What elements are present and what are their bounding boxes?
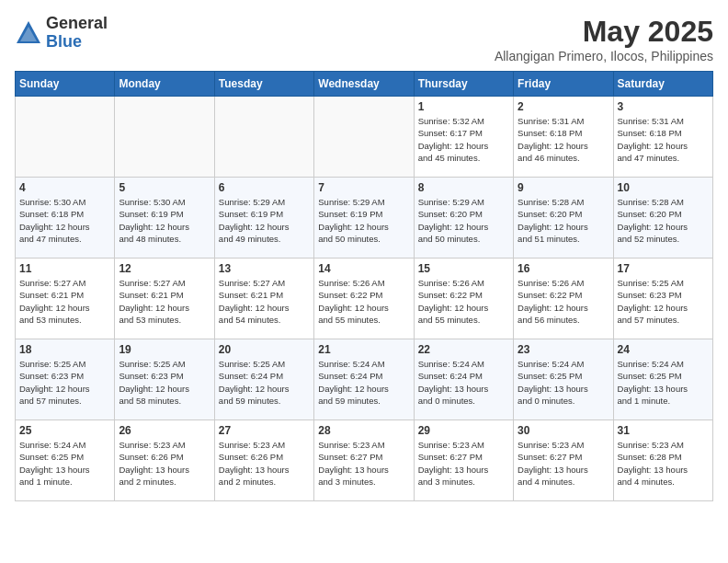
day-info: Sunrise: 5:23 AM Sunset: 6:28 PM Dayligh… xyxy=(618,439,709,488)
day-info: Sunrise: 5:25 AM Sunset: 6:23 PM Dayligh… xyxy=(119,358,210,407)
day-info: Sunrise: 5:25 AM Sunset: 6:23 PM Dayligh… xyxy=(19,358,110,407)
day-info: Sunrise: 5:23 AM Sunset: 6:26 PM Dayligh… xyxy=(119,439,210,488)
calendar-cell: 12Sunrise: 5:27 AM Sunset: 6:21 PM Dayli… xyxy=(115,259,214,339)
calendar-cell: 25Sunrise: 5:24 AM Sunset: 6:25 PM Dayli… xyxy=(16,420,115,501)
calendar-cell: 13Sunrise: 5:27 AM Sunset: 6:21 PM Dayli… xyxy=(214,259,313,339)
day-info: Sunrise: 5:30 AM Sunset: 6:19 PM Dayligh… xyxy=(119,196,210,245)
logo-blue: Blue xyxy=(46,33,108,52)
day-info: Sunrise: 5:29 AM Sunset: 6:19 PM Dayligh… xyxy=(219,196,310,245)
calendar-cell: 9Sunrise: 5:28 AM Sunset: 6:20 PM Daylig… xyxy=(514,178,613,259)
calendar-cell: 8Sunrise: 5:29 AM Sunset: 6:20 PM Daylig… xyxy=(414,178,513,259)
location-subtitle: Allangigan Primero, Ilocos, Philippines xyxy=(495,49,713,63)
calendar-cell: 5Sunrise: 5:30 AM Sunset: 6:19 PM Daylig… xyxy=(115,178,214,259)
day-info: Sunrise: 5:31 AM Sunset: 6:18 PM Dayligh… xyxy=(518,115,609,164)
calendar-cell: 16Sunrise: 5:26 AM Sunset: 6:22 PM Dayli… xyxy=(514,259,613,339)
calendar-cell: 21Sunrise: 5:24 AM Sunset: 6:24 PM Dayli… xyxy=(314,339,414,420)
day-info: Sunrise: 5:30 AM Sunset: 6:18 PM Dayligh… xyxy=(19,196,110,245)
day-info: Sunrise: 5:24 AM Sunset: 6:24 PM Dayligh… xyxy=(318,358,409,407)
weekday-header-tuesday: Tuesday xyxy=(214,72,313,97)
day-number: 14 xyxy=(318,262,409,275)
day-number: 22 xyxy=(418,343,509,356)
day-info: Sunrise: 5:27 AM Sunset: 6:21 PM Dayligh… xyxy=(119,277,210,326)
logo-icon xyxy=(15,19,42,47)
day-number: 6 xyxy=(219,181,310,194)
calendar-cell: 11Sunrise: 5:27 AM Sunset: 6:21 PM Dayli… xyxy=(16,259,115,339)
logo-text: General Blue xyxy=(46,15,108,52)
weekday-header-thursday: Thursday xyxy=(414,72,513,97)
day-number: 2 xyxy=(518,100,609,113)
day-number: 20 xyxy=(219,343,310,356)
logo: General Blue xyxy=(15,15,108,52)
calendar-cell: 27Sunrise: 5:23 AM Sunset: 6:26 PM Dayli… xyxy=(214,420,313,501)
calendar-cell: 29Sunrise: 5:23 AM Sunset: 6:27 PM Dayli… xyxy=(414,420,513,501)
day-info: Sunrise: 5:29 AM Sunset: 6:20 PM Dayligh… xyxy=(418,196,509,245)
calendar-cell xyxy=(115,97,214,178)
title-area: May 2025 Allangigan Primero, Ilocos, Phi… xyxy=(495,15,713,63)
logo-general: General xyxy=(46,15,108,33)
calendar-week-1: 1Sunrise: 5:32 AM Sunset: 6:17 PM Daylig… xyxy=(16,97,713,178)
day-info: Sunrise: 5:28 AM Sunset: 6:20 PM Dayligh… xyxy=(618,196,709,245)
day-number: 25 xyxy=(19,424,110,437)
calendar-week-5: 25Sunrise: 5:24 AM Sunset: 6:25 PM Dayli… xyxy=(16,420,713,501)
calendar-cell: 26Sunrise: 5:23 AM Sunset: 6:26 PM Dayli… xyxy=(115,420,214,501)
weekday-header-friday: Friday xyxy=(514,72,613,97)
calendar-cell xyxy=(314,97,414,178)
day-number: 4 xyxy=(19,181,110,194)
day-number: 17 xyxy=(618,262,709,275)
calendar-week-4: 18Sunrise: 5:25 AM Sunset: 6:23 PM Dayli… xyxy=(16,339,713,420)
day-number: 24 xyxy=(618,343,709,356)
day-number: 7 xyxy=(318,181,409,194)
calendar-cell: 18Sunrise: 5:25 AM Sunset: 6:23 PM Dayli… xyxy=(16,339,115,420)
day-number: 30 xyxy=(518,424,609,437)
day-number: 26 xyxy=(119,424,210,437)
calendar-week-3: 11Sunrise: 5:27 AM Sunset: 6:21 PM Dayli… xyxy=(16,259,713,339)
weekday-header-monday: Monday xyxy=(115,72,214,97)
calendar-cell: 17Sunrise: 5:25 AM Sunset: 6:23 PM Dayli… xyxy=(613,259,712,339)
weekday-header-sunday: Sunday xyxy=(16,72,115,97)
calendar-header: SundayMondayTuesdayWednesdayThursdayFrid… xyxy=(16,72,713,97)
calendar-cell: 22Sunrise: 5:24 AM Sunset: 6:24 PM Dayli… xyxy=(414,339,513,420)
day-info: Sunrise: 5:26 AM Sunset: 6:22 PM Dayligh… xyxy=(518,277,609,326)
calendar-cell: 6Sunrise: 5:29 AM Sunset: 6:19 PM Daylig… xyxy=(214,178,313,259)
calendar-cell xyxy=(16,97,115,178)
weekday-header-saturday: Saturday xyxy=(613,72,712,97)
day-info: Sunrise: 5:24 AM Sunset: 6:25 PM Dayligh… xyxy=(19,439,110,488)
day-info: Sunrise: 5:23 AM Sunset: 6:27 PM Dayligh… xyxy=(318,439,409,488)
day-number: 12 xyxy=(119,262,210,275)
day-number: 23 xyxy=(518,343,609,356)
day-info: Sunrise: 5:24 AM Sunset: 6:25 PM Dayligh… xyxy=(518,358,609,407)
day-number: 10 xyxy=(618,181,709,194)
calendar-cell: 7Sunrise: 5:29 AM Sunset: 6:19 PM Daylig… xyxy=(314,178,414,259)
day-info: Sunrise: 5:26 AM Sunset: 6:22 PM Dayligh… xyxy=(318,277,409,326)
calendar-cell xyxy=(214,97,313,178)
calendar-cell: 10Sunrise: 5:28 AM Sunset: 6:20 PM Dayli… xyxy=(613,178,712,259)
day-info: Sunrise: 5:25 AM Sunset: 6:23 PM Dayligh… xyxy=(618,277,709,326)
day-number: 29 xyxy=(418,424,509,437)
day-number: 28 xyxy=(318,424,409,437)
day-number: 15 xyxy=(418,262,509,275)
day-number: 19 xyxy=(119,343,210,356)
day-number: 11 xyxy=(19,262,110,275)
day-info: Sunrise: 5:27 AM Sunset: 6:21 PM Dayligh… xyxy=(19,277,110,326)
day-number: 8 xyxy=(418,181,509,194)
calendar-body: 1Sunrise: 5:32 AM Sunset: 6:17 PM Daylig… xyxy=(16,97,713,501)
day-info: Sunrise: 5:24 AM Sunset: 6:24 PM Dayligh… xyxy=(418,358,509,407)
calendar-table: SundayMondayTuesdayWednesdayThursdayFrid… xyxy=(15,71,713,501)
day-info: Sunrise: 5:26 AM Sunset: 6:22 PM Dayligh… xyxy=(418,277,509,326)
day-info: Sunrise: 5:23 AM Sunset: 6:27 PM Dayligh… xyxy=(518,439,609,488)
calendar-cell: 20Sunrise: 5:25 AM Sunset: 6:24 PM Dayli… xyxy=(214,339,313,420)
calendar-cell: 2Sunrise: 5:31 AM Sunset: 6:18 PM Daylig… xyxy=(514,97,613,178)
day-info: Sunrise: 5:29 AM Sunset: 6:19 PM Dayligh… xyxy=(318,196,409,245)
calendar-cell: 31Sunrise: 5:23 AM Sunset: 6:28 PM Dayli… xyxy=(613,420,712,501)
day-number: 1 xyxy=(418,100,509,113)
weekday-header-row: SundayMondayTuesdayWednesdayThursdayFrid… xyxy=(16,72,713,97)
day-number: 27 xyxy=(219,424,310,437)
day-info: Sunrise: 5:23 AM Sunset: 6:26 PM Dayligh… xyxy=(219,439,310,488)
header: General Blue May 2025 Allangigan Primero… xyxy=(15,15,713,63)
day-info: Sunrise: 5:24 AM Sunset: 6:25 PM Dayligh… xyxy=(618,358,709,407)
weekday-header-wednesday: Wednesday xyxy=(314,72,414,97)
calendar-cell: 1Sunrise: 5:32 AM Sunset: 6:17 PM Daylig… xyxy=(414,97,513,178)
calendar-cell: 3Sunrise: 5:31 AM Sunset: 6:18 PM Daylig… xyxy=(613,97,712,178)
day-info: Sunrise: 5:28 AM Sunset: 6:20 PM Dayligh… xyxy=(518,196,609,245)
calendar-cell: 30Sunrise: 5:23 AM Sunset: 6:27 PM Dayli… xyxy=(514,420,613,501)
